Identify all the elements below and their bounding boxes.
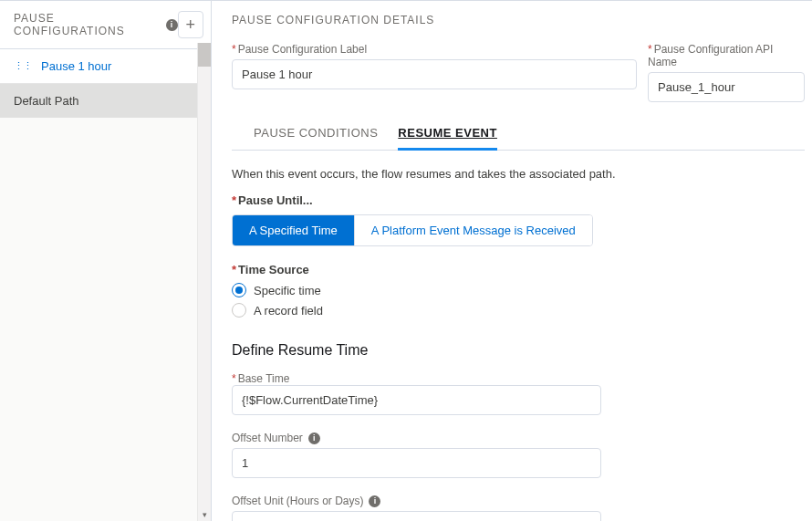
details-tabs: PAUSE CONDITIONS RESUME EVENT (232, 119, 805, 151)
pause-until-platform-event-button[interactable]: A Platform Event Message is Received (355, 215, 592, 245)
pause-until-toggle: A Specified Time A Platform Event Messag… (232, 214, 593, 246)
base-time-input[interactable] (232, 385, 601, 415)
sidebar-item-label: Default Path (14, 94, 79, 108)
plus-icon: + (186, 16, 196, 35)
offset-number-input[interactable] (232, 448, 601, 478)
pause-configuration-label-input[interactable] (232, 59, 637, 89)
sidebar-scrollbar[interactable]: ▾ (197, 43, 211, 521)
label-field-label: Pause Configuration Label (232, 43, 637, 56)
pause-configurations-sidebar: PAUSE CONFIGURATIONS i + ⋮⋮ Pause 1 hour… (0, 1, 212, 521)
tab-pause-conditions[interactable]: PAUSE CONDITIONS (254, 119, 378, 150)
time-source-specific-time-option[interactable]: Specific time (232, 280, 805, 300)
sidebar-list: ⋮⋮ Pause 1 hour Default Path (0, 49, 211, 118)
base-time-label: Base Time (232, 372, 289, 385)
pause-until-specified-time-button[interactable]: A Specified Time (233, 215, 355, 245)
radio-label: Specific time (254, 284, 321, 297)
time-source-label: Time Source (232, 263, 805, 276)
drag-handle-icon[interactable]: ⋮⋮ (14, 60, 32, 72)
radio-icon (232, 303, 246, 318)
offset-unit-input[interactable] (232, 511, 601, 521)
scrollbar-down-icon[interactable]: ▾ (198, 508, 211, 521)
sidebar-title-text: PAUSE CONFIGURATIONS (14, 12, 161, 37)
sidebar-header: PAUSE CONFIGURATIONS i + (0, 1, 211, 49)
info-icon[interactable]: i (308, 432, 320, 444)
time-source-radio-group: Specific time A record field (232, 280, 805, 320)
details-title: PAUSE CONFIGURATION DETAILS (232, 14, 805, 26)
sidebar-item-default-path[interactable]: Default Path (0, 84, 211, 118)
time-source-record-field-option[interactable]: A record field (232, 300, 805, 320)
scrollbar-thumb[interactable] (198, 43, 211, 67)
sidebar-item-label: Pause 1 hour (41, 59, 111, 73)
offset-number-label: Offset Number (232, 432, 303, 444)
info-icon[interactable]: i (369, 495, 380, 507)
pause-until-label: Pause Until... (232, 193, 805, 207)
define-resume-time-heading: Define Resume Time (232, 342, 805, 359)
offset-unit-label: Offset Unit (Hours or Days) (232, 495, 363, 507)
info-icon[interactable]: i (166, 19, 177, 31)
radio-icon (232, 283, 246, 297)
tab-resume-event[interactable]: RESUME EVENT (398, 119, 497, 151)
api-name-field-label: Pause Configuration API Name (648, 43, 805, 68)
resume-event-description: When this event occurs, the flow resumes… (232, 167, 805, 181)
sidebar-item-pause-1-hour[interactable]: ⋮⋮ Pause 1 hour (0, 49, 211, 84)
add-configuration-button[interactable]: + (178, 11, 203, 38)
sidebar-title: PAUSE CONFIGURATIONS i (14, 12, 178, 37)
pause-configuration-api-name-input[interactable] (648, 72, 805, 102)
radio-label: A record field (254, 304, 323, 318)
details-panel: PAUSE CONFIGURATION DETAILS Pause Config… (212, 1, 812, 521)
